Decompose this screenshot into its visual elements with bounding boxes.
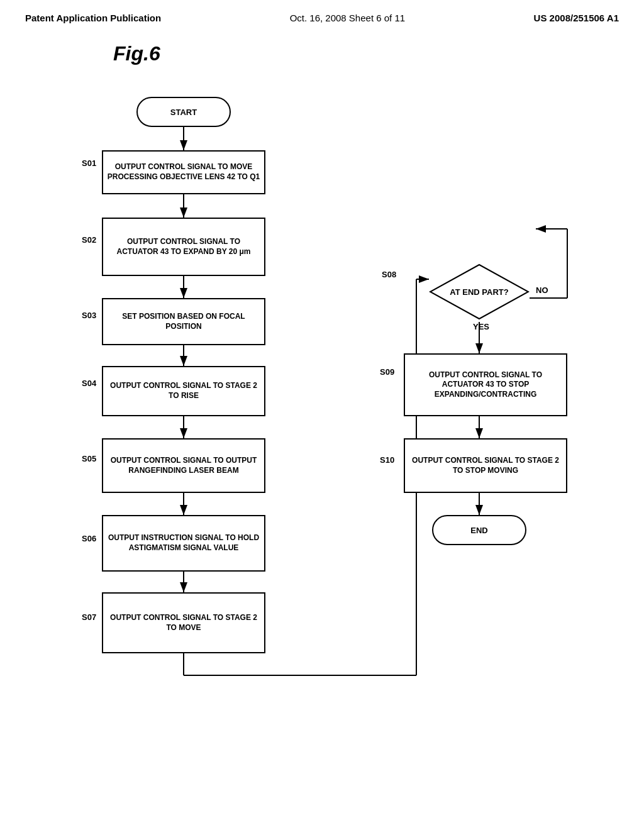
step-label-s08: S08	[382, 270, 396, 279]
step-s05: OUTPUT CONTROL SIGNAL TO OUTPUT RANGEFIN…	[102, 438, 265, 493]
step-label-s05: S05	[82, 454, 96, 463]
flowchart: START S01 OUTPUT CONTROL SIGNAL TO MOVE …	[39, 84, 605, 776]
step-label-s10: S10	[380, 455, 394, 465]
start-label: START	[170, 108, 197, 117]
step-s06: OUTPUT INSTRUCTION SIGNAL TO HOLD ASTIGM…	[102, 515, 265, 572]
header-right: US 2008/251506 A1	[534, 13, 619, 23]
step-s02: OUTPUT CONTROL SIGNAL TO ACTUATOR 43 TO …	[102, 218, 265, 276]
figure-title: Fig.6	[113, 42, 619, 65]
start-node: START	[136, 97, 231, 127]
step-s03: SET POSITION BASED ON FOCAL POSITION	[102, 298, 265, 345]
no-label: NO	[536, 285, 548, 295]
s08-text: AT END PART?	[450, 287, 508, 297]
yes-label: YES	[473, 322, 489, 331]
end-node: END	[432, 515, 526, 545]
step-s09: OUTPUT CONTROL SIGNAL TO ACTUATOR 43 TO …	[404, 353, 567, 416]
page: Patent Application Publication Oct. 16, …	[0, 0, 644, 830]
step-s08: AT END PART?	[429, 263, 530, 320]
step-label-s02: S02	[82, 235, 96, 245]
step-s07: OUTPUT CONTROL SIGNAL TO STAGE 2 TO MOVE	[102, 592, 265, 653]
step-s04: OUTPUT CONTROL SIGNAL TO STAGE 2 TO RISE	[102, 366, 265, 416]
header-left: Patent Application Publication	[25, 13, 161, 23]
step-label-s09: S09	[380, 367, 394, 377]
end-label: END	[470, 526, 487, 535]
step-label-s01: S01	[82, 158, 96, 168]
step-label-s03: S03	[82, 311, 96, 320]
step-label-s07: S07	[82, 612, 96, 622]
header-center: Oct. 16, 2008 Sheet 6 of 11	[290, 13, 405, 23]
step-s10: OUTPUT CONTROL SIGNAL TO STAGE 2 TO STOP…	[404, 438, 567, 493]
header: Patent Application Publication Oct. 16, …	[25, 13, 619, 30]
step-s01: OUTPUT CONTROL SIGNAL TO MOVE PROCESSING…	[102, 150, 265, 194]
step-label-s04: S04	[82, 379, 96, 388]
step-label-s06: S06	[82, 534, 96, 543]
